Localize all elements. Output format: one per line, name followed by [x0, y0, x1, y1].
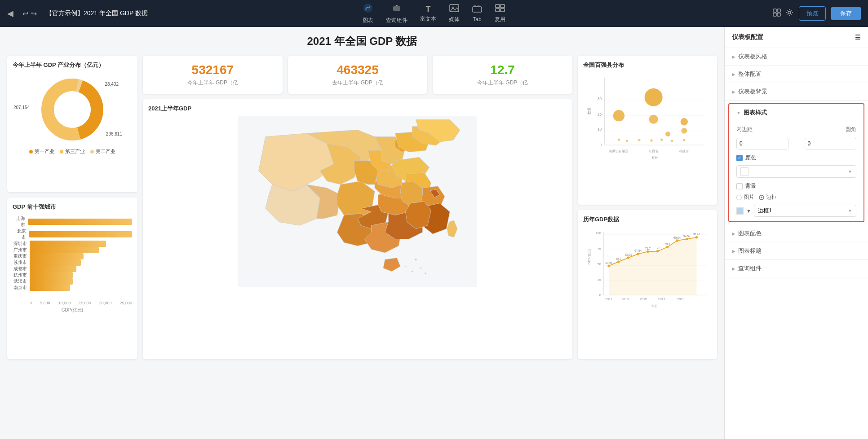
inner-margin-value[interactable]: [737, 139, 788, 149]
svg-rect-7: [477, 5, 480, 7]
arrow-query: ▶: [732, 266, 735, 271]
pie-label-3: 296,611: [106, 132, 122, 136]
border-radius-input[interactable]: ▲ ▼: [805, 138, 857, 149]
svg-rect-14: [773, 13, 776, 16]
redo-button[interactable]: ↪: [31, 9, 37, 18]
arrow-chart-color: ▶: [732, 231, 735, 236]
media-icon: [449, 4, 459, 14]
reuse-icon: [495, 4, 505, 14]
kpi-label-0: 今年上半年 GDP（亿: [148, 79, 277, 87]
tool-query-label: 查询组件: [386, 17, 407, 24]
section-header-overall[interactable]: ▶ 整体配置: [725, 66, 868, 83]
border-style-select[interactable]: 边框1 ▼: [754, 205, 856, 217]
topbar-tools: 图表 查询组件 T 富文本 媒体: [363, 3, 505, 24]
map-title: 2021上半年GDP: [148, 105, 567, 113]
back-button[interactable]: ◀: [7, 9, 13, 18]
x-label-4: 20,000: [99, 301, 112, 305]
tool-tab[interactable]: Tab: [472, 4, 482, 22]
bg-label: 背景: [745, 182, 756, 190]
legend-item-1: 第一产业: [29, 148, 54, 155]
bar-row-0: 上海市: [13, 215, 132, 228]
svg-point-16: [788, 11, 791, 14]
section-header-chart-title[interactable]: ▶ 图表标题: [725, 242, 868, 259]
bar-fill-9: [30, 285, 70, 291]
svg-text:67.94: 67.94: [634, 249, 642, 252]
section-header-query[interactable]: ▶ 查询组件: [725, 260, 868, 277]
svg-rect-11: [500, 9, 505, 12]
panel-section-chart-color: ▶ 图表配色: [725, 225, 868, 242]
tool-media[interactable]: 媒体: [449, 4, 460, 23]
svg-text:62.04: 62.04: [625, 253, 632, 256]
legend-label-2: 第三产业: [65, 148, 85, 155]
radio-border-btn[interactable]: [759, 195, 764, 200]
color-picker[interactable]: ▼: [736, 165, 856, 178]
svg-text:2015: 2015: [640, 297, 647, 301]
kpi-label-1: 去年上半年 GDP（亿: [293, 79, 422, 87]
tool-reuse[interactable]: 复用: [495, 4, 505, 23]
svg-text:71.7: 71.7: [645, 247, 651, 250]
svg-rect-6: [474, 5, 476, 7]
svg-point-52: [683, 139, 685, 141]
settings-icon[interactable]: [785, 9, 793, 18]
panel-section-overall: ▶ 整体配置: [725, 66, 868, 83]
svg-text:55.3: 55.3: [616, 257, 622, 260]
svg-point-48: [638, 139, 640, 141]
undo-button[interactable]: ↩: [22, 9, 28, 18]
bar-label-3: 广州市: [13, 247, 27, 253]
svg-rect-5: [473, 7, 482, 12]
color-checkbox-row: ✓ 颜色: [736, 154, 856, 162]
radio-image-btn[interactable]: [736, 195, 742, 200]
bar-row-9: 南京市: [13, 285, 132, 291]
svg-point-23: [425, 272, 426, 274]
border-radius-value[interactable]: [805, 139, 857, 149]
section-header-chart-color[interactable]: ▶ 图表配色: [725, 225, 868, 242]
arrow-style: ▶: [732, 54, 735, 59]
svg-point-40: [645, 88, 663, 106]
line-chart-svg: 0 25 50 75 100 GDP(亿元) 2011: [583, 228, 712, 313]
kpi-row: 532167 今年上半年 GDP（亿 463325 去年上半年 GDP（亿 12…: [143, 56, 572, 94]
save-button[interactable]: 保存: [831, 7, 861, 20]
panel-title: 仪表板配置: [732, 33, 763, 41]
bar-fill-7: [30, 272, 73, 278]
tab-icon: [472, 4, 482, 15]
svg-point-84: [666, 246, 669, 248]
panel-menu-icon[interactable]: ☰: [855, 34, 861, 41]
svg-text:GDP(亿元): GDP(亿元): [587, 249, 591, 264]
svg-text:30: 30: [598, 97, 602, 101]
tool-richtext-label: 富文本: [420, 15, 436, 23]
bar-fill-5: [30, 259, 81, 266]
color-checkbox[interactable]: ✓: [736, 155, 743, 161]
section-header-chart-style[interactable]: ▼ 图表样式: [729, 104, 864, 121]
legend-item-2: 第三产业: [60, 148, 85, 155]
inner-margin-label: 内边距: [736, 126, 754, 133]
svg-text:2013: 2013: [621, 297, 629, 301]
svg-point-74: [617, 260, 620, 263]
tool-query[interactable]: 查询组件: [386, 3, 407, 24]
section-header-background[interactable]: ▶ 仪表板背景: [725, 83, 868, 100]
inner-margin-input[interactable]: ▲ ▼: [736, 138, 788, 149]
radio-image[interactable]: 图片: [736, 193, 754, 201]
bg-checkbox[interactable]: [736, 183, 743, 189]
grid-icon[interactable]: [773, 9, 781, 18]
border-option-label: 边框1: [758, 207, 772, 215]
svg-point-88: [686, 237, 688, 240]
panel-section-chart-title: ▶ 图表标题: [725, 242, 868, 260]
query-icon: [392, 3, 402, 15]
color-dropdown-arrow: ▼: [848, 169, 852, 174]
center-column: 532167 今年上半年 GDP（亿 463325 去年上半年 GDP（亿 12…: [143, 56, 572, 359]
pie-label-2: 207,154: [13, 105, 30, 110]
svg-point-42: [649, 115, 658, 124]
bar-fill-8: [30, 278, 73, 285]
legend-label-1: 第一产业: [35, 148, 54, 155]
tool-reuse-label: 复用: [495, 16, 505, 23]
radio-border[interactable]: 边框: [759, 193, 777, 201]
bg-options-row: 图片 边框: [736, 193, 856, 201]
section-header-style[interactable]: ▶ 仪表板风格: [725, 48, 868, 65]
china-map-svg: [148, 116, 567, 287]
section-label-query: 查询组件: [738, 264, 762, 272]
preview-button[interactable]: 预览: [799, 6, 826, 21]
tool-chart[interactable]: 图表: [363, 3, 373, 24]
bg-checkbox-row: 背景: [736, 182, 856, 190]
tool-richtext[interactable]: T 富文本: [420, 4, 436, 23]
radio-border-label: 边框: [766, 193, 777, 201]
